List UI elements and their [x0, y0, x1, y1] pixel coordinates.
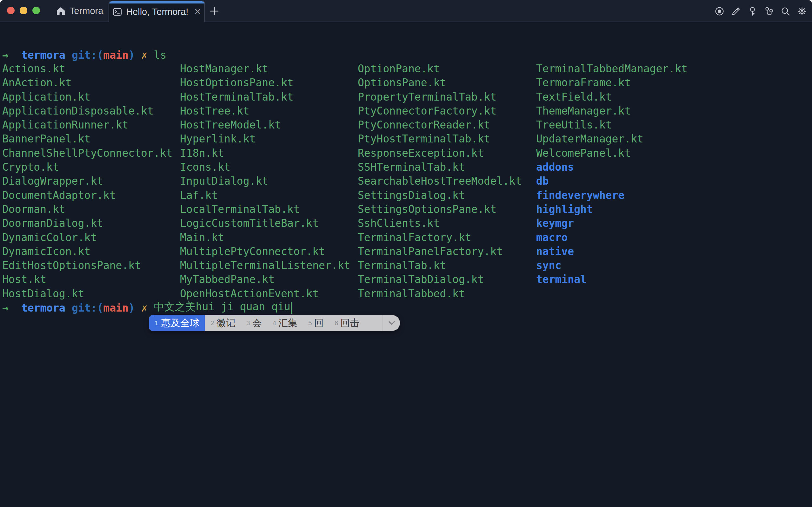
file-entry: TerminalPanelFactory.kt	[358, 245, 522, 259]
key-icon[interactable]	[748, 6, 757, 16]
file-entry: SshClients.kt	[358, 216, 522, 230]
dir-entry: addons	[536, 160, 688, 174]
file-entry: Application.kt	[2, 90, 172, 104]
listing-column-4: TerminalTabbedManager.ktTermoraFrame.ktT…	[536, 62, 688, 287]
minimize-window-button[interactable]	[20, 7, 27, 14]
file-entry: Icons.kt	[180, 160, 350, 174]
candidate-number: 2	[210, 319, 214, 327]
ime-candidate[interactable]: 4汇集	[272, 317, 297, 330]
prompt-dir: termora	[21, 49, 65, 61]
candidate-number: 6	[335, 319, 338, 327]
dir-entry: findeverywhere	[536, 188, 688, 203]
git-dirty-flag: ✗	[141, 302, 148, 314]
ime-candidate-selected[interactable]: 1 惠及全球	[149, 315, 205, 331]
termora-window: Termora Hello, Termora! ✕	[0, 0, 812, 507]
file-entry: TerminalTab.kt	[358, 259, 522, 273]
home-icon	[56, 6, 66, 16]
record-icon[interactable]	[714, 6, 724, 16]
new-tab-button[interactable]	[209, 6, 220, 16]
settings-icon[interactable]	[797, 6, 807, 16]
file-entry: LocalTerminalTab.kt	[180, 203, 350, 216]
git-branch: main	[103, 49, 128, 61]
prompt-arrow: →	[2, 49, 9, 61]
file-entry: OptionPane.kt	[358, 62, 522, 76]
file-entry: HostOptionsPane.kt	[180, 76, 350, 90]
terminal-screen[interactable]: → termora git:( main ) ✗ ls Actions.ktAn…	[0, 22, 812, 507]
dir-entry: highlight	[536, 203, 688, 216]
file-entry: ApplicationDisposable.kt	[2, 104, 172, 118]
candidate-text: 徽记	[216, 317, 235, 330]
file-entry: Host.kt	[2, 273, 172, 286]
ime-candidate-list: 2徽记3会4汇集5回6回击	[210, 315, 382, 331]
tab-close-icon[interactable]: ✕	[194, 8, 201, 16]
file-entry: TerminalTabbedManager.kt	[536, 62, 688, 76]
dir-entry: native	[536, 245, 688, 259]
file-entry: DynamicIcon.kt	[2, 245, 172, 259]
candidate-number: 5	[308, 319, 312, 327]
file-entry: Hyperlink.kt	[180, 132, 350, 146]
prompt-line-ls: → termora git:( main ) ✗ ls	[2, 48, 166, 62]
ime-candidate[interactable]: 6回击	[335, 317, 360, 330]
file-entry: DocumentAdaptor.kt	[2, 188, 172, 203]
branch-icon[interactable]	[764, 6, 774, 16]
ime-more-button[interactable]	[382, 315, 400, 331]
git-branch: main	[103, 302, 128, 314]
zoom-window-button[interactable]	[33, 7, 40, 14]
dir-entry: macro	[536, 231, 688, 245]
terminal-icon	[112, 7, 122, 17]
file-entry: AnAction.kt	[2, 76, 172, 90]
file-entry: DynamicColor.kt	[2, 231, 172, 245]
file-entry: BannerPanel.kt	[2, 132, 172, 146]
tab-hello-termora[interactable]: Hello, Termora! ✕	[109, 1, 205, 22]
command-text: ls	[154, 49, 167, 61]
file-entry: InputDialog.kt	[180, 174, 350, 188]
dir-entry: db	[536, 174, 688, 188]
candidate-number: 4	[272, 319, 276, 327]
file-entry: Actions.kt	[2, 62, 172, 76]
file-entry: DialogWrapper.kt	[2, 174, 172, 188]
file-entry: HostTree.kt	[180, 104, 350, 118]
file-entry: PropertyTerminalTab.kt	[358, 90, 522, 104]
file-entry: TermoraFrame.kt	[536, 76, 688, 90]
search-icon[interactable]	[780, 6, 791, 16]
candidate-number: 1	[155, 319, 158, 327]
edit-icon[interactable]	[731, 6, 741, 16]
file-entry: OptionsPane.kt	[358, 76, 522, 90]
git-prefix: git:(	[72, 302, 103, 314]
file-entry: TreeUtils.kt	[536, 118, 688, 132]
app-label: Termora	[69, 6, 103, 16]
file-entry: PtyConnectorReader.kt	[358, 118, 522, 132]
app-home[interactable]: Termora	[56, 0, 103, 21]
prompt-arrow: →	[2, 302, 9, 314]
file-entry: TerminalTabbed.kt	[358, 287, 522, 301]
file-entry: TerminalTabDialog.kt	[358, 273, 522, 286]
close-window-button[interactable]	[7, 7, 15, 14]
ime-composition-text: 中文之美hui ji quan qiu	[154, 300, 290, 316]
git-suffix: )	[128, 302, 135, 314]
listing-column-3: OptionPane.ktOptionsPane.ktPropertyTermi…	[358, 62, 522, 301]
file-entry: PtyConnectorFactory.kt	[358, 104, 522, 118]
file-entry: ResponseException.kt	[358, 146, 522, 160]
file-entry: MyTabbedPane.kt	[180, 273, 350, 286]
file-entry: MultiplePtyConnector.kt	[180, 245, 350, 259]
file-entry: OpenHostActionEvent.kt	[180, 287, 350, 301]
listing-column-2: HostManager.ktHostOptionsPane.ktHostTerm…	[180, 62, 350, 301]
ime-candidate[interactable]: 3会	[246, 317, 262, 330]
file-entry: SettingsOptionsPane.kt	[358, 203, 522, 216]
listing-column-1: Actions.ktAnAction.ktApplication.ktAppli…	[2, 62, 172, 301]
dir-entry: sync	[536, 259, 688, 273]
ime-candidate[interactable]: 2徽记	[210, 317, 235, 330]
file-entry: Crypto.kt	[2, 160, 172, 174]
file-entry: EditHostOptionsPane.kt	[2, 259, 172, 273]
tab-title: Hello, Termora!	[126, 7, 188, 17]
file-entry: SettingsDialog.kt	[358, 188, 522, 203]
candidate-text: 惠及全球	[161, 317, 199, 330]
file-entry: ThemeManager.kt	[536, 104, 688, 118]
ime-candidate[interactable]: 5回	[308, 317, 324, 330]
file-entry: SearchableHostTreeModel.kt	[358, 174, 522, 188]
dir-entry: keymgr	[536, 216, 688, 230]
traffic-lights	[7, 7, 40, 14]
toolbar	[714, 0, 807, 22]
file-entry: WelcomePanel.kt	[536, 146, 688, 160]
file-entry: MultipleTerminalListener.kt	[180, 259, 350, 273]
